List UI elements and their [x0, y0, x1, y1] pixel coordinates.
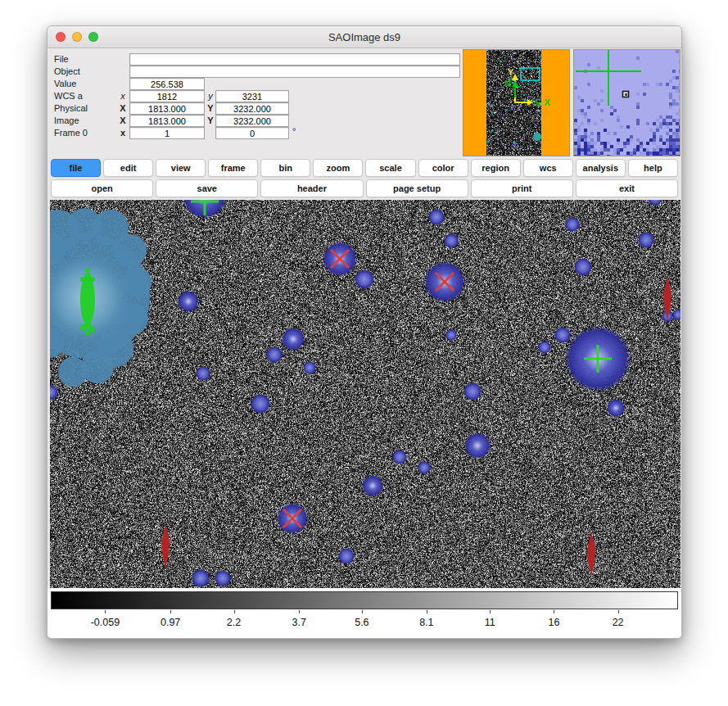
image-x-field[interactable] [129, 115, 205, 127]
wcs-y-field[interactable] [215, 90, 289, 102]
colorbar-tickmark [105, 610, 106, 613]
colorbar-tickmark [299, 610, 300, 613]
degree-symbol: ° [292, 126, 296, 136]
frame-rotate-field[interactable] [215, 127, 289, 139]
menu-button-region[interactable]: region [471, 159, 521, 177]
image-frame [50, 200, 679, 588]
colorbar-tick-label: 22 [613, 617, 624, 628]
value-label: Value [54, 79, 76, 88]
title-bar[interactable]: SAOImage ds9 [47, 26, 681, 48]
wcs-x-field[interactable] [129, 90, 205, 102]
menu-button-save[interactable]: save [156, 179, 258, 197]
menu-button-analysis[interactable]: analysis [576, 159, 626, 177]
menu-button-zoom[interactable]: zoom [313, 159, 363, 177]
menu-button-edit[interactable]: edit [103, 159, 153, 177]
wcs-x-label: x [118, 91, 128, 101]
physical-x-field[interactable] [129, 102, 205, 115]
image-label: Image [54, 115, 79, 125]
colorbar-tickmark [234, 610, 235, 613]
file-toolbar: opensaveheaderpage setupprintexit [47, 179, 681, 197]
colorbar-tick-label: 16 [548, 617, 559, 628]
physical-y-field[interactable] [215, 102, 289, 115]
menu-bar: fileeditviewframebinzoomscalecolorregion… [47, 159, 681, 177]
colorbar-tickmark [618, 610, 619, 613]
image-canvas[interactable] [50, 200, 681, 588]
colorbar-tick-label: 2.2 [227, 617, 241, 628]
menu-button-header[interactable]: header [260, 179, 363, 197]
menu-button-help[interactable]: help [628, 159, 678, 177]
frame-zoom-field[interactable] [129, 127, 205, 139]
menu-button-scale[interactable]: scale [365, 159, 415, 177]
frame-label: Frame 0 [54, 128, 88, 138]
frame-x-label: x [118, 128, 128, 138]
colorbar-tickmark [427, 610, 427, 613]
colorbar-tick-label: 0.97 [161, 617, 180, 628]
menu-button-page-setup[interactable]: page setup [366, 179, 468, 197]
physical-x-label: X [118, 103, 128, 113]
minimize-button[interactable] [72, 32, 82, 42]
colorbar-tickmark [554, 610, 554, 613]
colorbar-tickmark [490, 610, 491, 613]
zoom-button[interactable] [88, 32, 98, 42]
physical-y-label: Y [206, 103, 215, 113]
colorbar-ticks: -0.0590.972.23.75.68.1111622 [47, 609, 681, 637]
menu-button-print[interactable]: print [471, 179, 573, 197]
colorbar-tickmark [362, 610, 363, 613]
colorbar-tick-label: 11 [485, 617, 495, 628]
menu-button-bin[interactable]: bin [260, 159, 310, 177]
menu-button-wcs[interactable]: wcs [523, 159, 573, 177]
ds9-window: SAOImage ds9 File Object Value WCS a x y… [47, 25, 682, 639]
image-y-label: Y [206, 115, 215, 125]
menu-button-view[interactable]: view [156, 159, 206, 177]
menu-button-open[interactable]: open [51, 179, 153, 197]
colorbar-tickmark [170, 610, 171, 613]
colorbar[interactable] [51, 591, 678, 609]
panner-canvas[interactable] [463, 49, 570, 156]
info-panel: File Object Value WCS a x y Physical X Y… [47, 48, 681, 156]
colorbar-tick-label: -0.059 [91, 617, 120, 628]
value-field[interactable] [129, 78, 205, 90]
magnifier-canvas [573, 49, 681, 156]
file-field[interactable] [129, 53, 460, 66]
colorbar-area: -0.0590.972.23.75.68.1111622 [47, 588, 681, 639]
image-y-field[interactable] [215, 115, 289, 127]
colorbar-tick-label: 3.7 [292, 617, 306, 628]
wcs-y-label: y [206, 91, 215, 101]
object-label: Object [54, 66, 80, 76]
physical-label: Physical [54, 103, 88, 113]
image-x-label: X [118, 115, 128, 125]
file-label: File [54, 54, 69, 64]
colorbar-tick-label: 5.6 [355, 617, 369, 628]
menu-button-frame[interactable]: frame [208, 159, 258, 177]
window-title: SAOImage ds9 [47, 31, 681, 43]
menu-button-color[interactable]: color [418, 159, 468, 177]
menu-button-file[interactable]: file [51, 159, 101, 177]
wcs-label: WCS a [54, 91, 83, 101]
colorbar-tick-label: 8.1 [419, 617, 433, 628]
menu-button-exit[interactable]: exit [576, 179, 678, 197]
object-field[interactable] [129, 66, 460, 78]
close-button[interactable] [56, 32, 66, 42]
